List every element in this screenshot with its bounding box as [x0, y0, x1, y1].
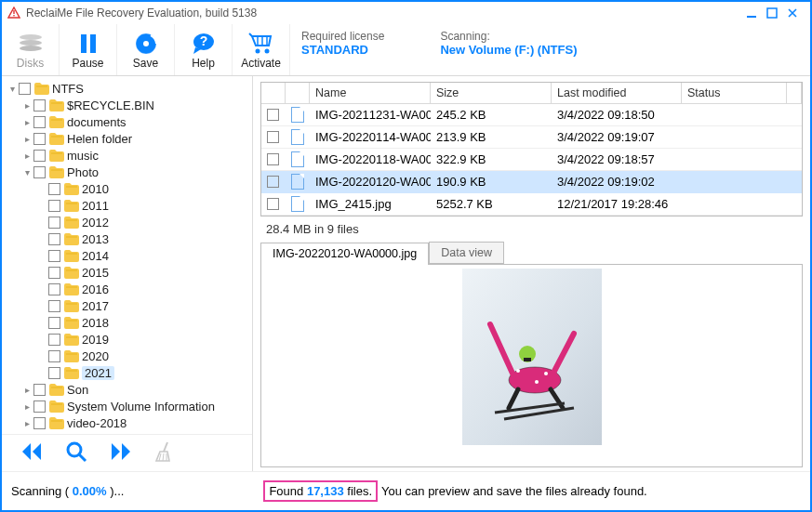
row-checkbox[interactable] [267, 131, 279, 143]
tree-checkbox[interactable] [33, 133, 46, 145]
tree-item[interactable]: ▸$RECYCLE.BIN [4, 97, 252, 113]
tree-label: 2015 [82, 266, 109, 280]
pause-icon [78, 31, 99, 57]
tree-item[interactable]: ▸video-2018 [4, 414, 252, 431]
col-icon[interactable] [286, 83, 310, 104]
title-bar: ReclaiMe File Recovery Evaluation, build… [2, 2, 810, 24]
cell-size: 190.9 KB [431, 171, 552, 193]
tree-item[interactable]: 2016 [4, 281, 252, 297]
tree-checkbox[interactable] [48, 334, 60, 346]
minimize-button[interactable] [745, 6, 764, 20]
tree-item[interactable]: 2012 [4, 214, 252, 230]
folder-icon [49, 115, 64, 128]
broom-icon[interactable] [154, 440, 175, 466]
nav-last-icon[interactable] [110, 441, 132, 465]
tree-item[interactable]: 2021 [4, 364, 252, 381]
tree-item[interactable]: 2019 [4, 331, 252, 348]
tree-item[interactable]: 2014 [4, 247, 252, 264]
maximize-button[interactable] [765, 6, 784, 20]
expand-icon[interactable]: ▸ [20, 418, 33, 428]
search-icon[interactable] [65, 440, 87, 466]
row-checkbox[interactable] [267, 198, 279, 210]
tree-checkbox[interactable] [33, 384, 46, 396]
col-check[interactable] [261, 83, 286, 104]
col-name[interactable]: Name [310, 83, 431, 104]
pause-button[interactable]: Pause [60, 24, 117, 75]
tree-item[interactable]: ▸Helen folder [4, 130, 252, 147]
table-row[interactable]: IMG-20220118-WA00...322.9 KB3/4/2022 09:… [261, 149, 802, 171]
tree-checkbox[interactable] [48, 350, 60, 362]
tree-checkbox[interactable] [48, 200, 60, 212]
activate-button[interactable]: Activate [233, 24, 290, 75]
table-row[interactable]: IMG_2415.jpg5252.7 KB12/21/2017 19:28:46 [261, 193, 802, 216]
tree-checkbox[interactable] [48, 267, 60, 279]
tree-item[interactable]: 2015 [4, 264, 252, 281]
col-status[interactable]: Status [682, 83, 787, 104]
scan-progress: Scanning ( 0.00% )... [11, 484, 124, 498]
tree-label: 2011 [82, 199, 109, 213]
expand-icon[interactable]: ▸ [20, 385, 33, 395]
close-button[interactable] [786, 6, 805, 20]
tree-item[interactable]: 2018 [4, 314, 252, 331]
collapse-icon[interactable]: ▾ [20, 167, 33, 177]
tree-checkbox[interactable] [33, 417, 46, 429]
main-toolbar: Disks Pause Save ? Help Activate Require… [2, 24, 810, 76]
expand-icon[interactable]: ▸ [20, 100, 33, 111]
expand-icon[interactable]: ▸ [20, 401, 33, 412]
tree-item[interactable]: 2020 [4, 348, 252, 364]
tree-item[interactable]: 2017 [4, 297, 252, 314]
tab-data-view[interactable]: Data view [429, 242, 504, 264]
folder-icon [49, 433, 64, 434]
save-button[interactable]: Save [117, 24, 175, 75]
expand-icon[interactable]: ▸ [20, 117, 33, 127]
tree-checkbox[interactable] [48, 233, 60, 245]
tree-checkbox[interactable] [33, 150, 46, 162]
tree-item[interactable]: 2011 [4, 197, 252, 214]
tree-item[interactable]: 2013 [4, 230, 252, 247]
table-row[interactable]: IMG-20220120-WA00...190.9 KB3/4/2022 09:… [261, 171, 802, 193]
table-row[interactable]: IMG-20211231-WA00...245.2 KB3/4/2022 09:… [261, 104, 802, 126]
col-size[interactable]: Size [431, 83, 552, 104]
tree-item[interactable]: ▸documents [4, 113, 252, 130]
preview-image [462, 269, 602, 445]
col-modified[interactable]: Last modified [552, 83, 682, 104]
row-checkbox[interactable] [267, 109, 279, 121]
tree-checkbox[interactable] [33, 116, 46, 128]
tab-preview[interactable]: IMG-20220120-WA0000.jpg [260, 243, 429, 265]
nav-first-icon[interactable] [20, 441, 43, 465]
tree-item[interactable]: ▾NTFS [4, 80, 252, 97]
help-button[interactable]: ? Help [175, 24, 233, 75]
tree-checkbox[interactable] [19, 83, 31, 95]
tree-checkbox[interactable] [48, 250, 60, 262]
file-icon [291, 151, 304, 167]
tree-checkbox[interactable] [48, 183, 60, 195]
tree-item[interactable]: ▸music [4, 147, 252, 164]
tree-checkbox[interactable] [48, 300, 60, 312]
expand-icon[interactable]: ▸ [20, 151, 33, 161]
tree-checkbox[interactable] [33, 400, 46, 413]
svg-rect-29 [524, 358, 531, 361]
row-checkbox[interactable] [267, 153, 279, 165]
expand-icon[interactable]: ▸ [20, 134, 33, 144]
collapse-icon[interactable]: ▾ [6, 84, 19, 94]
tree-checkbox[interactable] [33, 99, 46, 112]
cell-size: 322.9 KB [431, 149, 552, 171]
table-row[interactable]: IMG-20220114-WA00...213.9 KB3/4/2022 09:… [261, 126, 802, 149]
tree-checkbox[interactable] [33, 434, 46, 435]
tree-checkbox[interactable] [48, 217, 60, 229]
tree-item[interactable]: ▸video-2019 [4, 431, 252, 434]
tree-checkbox[interactable] [48, 283, 60, 295]
tree-item[interactable]: 2010 [4, 180, 252, 197]
row-checkbox[interactable] [267, 176, 279, 188]
tree-item[interactable]: ▸System Volume Information [4, 398, 252, 414]
tree-checkbox[interactable] [33, 166, 46, 178]
tree-item[interactable]: ▾Photo [4, 164, 252, 180]
svg-rect-1 [13, 15, 14, 16]
folder-tree[interactable]: ▾NTFS▸$RECYCLE.BIN▸documents▸Helen folde… [2, 76, 252, 434]
tree-item[interactable]: ▸Son [4, 381, 252, 398]
svg-point-17 [255, 48, 260, 53]
tree-checkbox[interactable] [48, 367, 60, 379]
scanning-target[interactable]: New Volume (F:) (NTFS) [440, 43, 577, 57]
disks-button[interactable]: Disks [2, 24, 60, 75]
tree-checkbox[interactable] [48, 317, 60, 329]
